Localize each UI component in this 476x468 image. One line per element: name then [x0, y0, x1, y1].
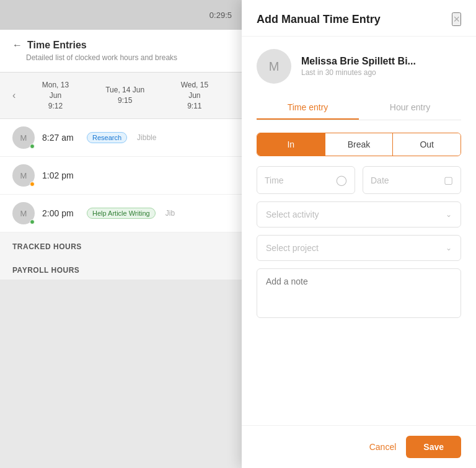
project-select[interactable]: Select project ⌄ [257, 235, 461, 261]
status-dot [30, 144, 35, 149]
entry-type-in[interactable]: In [257, 133, 325, 156]
clock-icon: ◯ [336, 174, 347, 186]
user-last-seen: Last in 30 minutes ago [301, 68, 416, 77]
left-header: ← Time Entries Detailed list of clocked … [0, 30, 242, 73]
time-field[interactable]: Time ◯ [257, 166, 355, 194]
left-panel: 0:29:5 ← Time Entries Detailed list of c… [0, 0, 242, 468]
avatar: M [12, 164, 35, 187]
modal-footer: Cancel Save [242, 425, 476, 468]
modal-header: Add Manual Time Entry × [242, 0, 476, 37]
chevron-down-icon: ⌄ [446, 244, 452, 252]
section-tracked: TRACKED HOURS [0, 232, 242, 256]
table-row: M 1:02 pm [0, 157, 242, 195]
date-col-mon: Mon, 13Jun9:12 [20, 80, 90, 111]
date-label: Date [371, 175, 389, 185]
user-name: Melissa Brie Spillett Bi... [301, 56, 416, 67]
avatar: M [12, 126, 35, 149]
entry-extra: Jibble [137, 133, 156, 142]
save-button[interactable]: Save [406, 436, 461, 458]
date-col-wed: Wed, 15Jun9:11 [160, 80, 229, 111]
page-subtitle: Detailed list of clocked work hours and … [12, 53, 229, 62]
date-col-tue: Tue, 14 Jun9:15 [90, 85, 160, 106]
tabs-row: Time entry Hour entry [257, 96, 461, 120]
entry-type-break[interactable]: Break [325, 133, 394, 156]
status-dot [30, 182, 35, 187]
entries-list: M 8:27 am Research Jibble M 1:02 pm M 2:… [0, 119, 242, 232]
date-nav-left[interactable]: ‹ [12, 90, 15, 101]
entry-type-out[interactable]: Out [393, 133, 461, 156]
user-avatar: M [257, 49, 291, 84]
avatar: M [12, 202, 35, 224]
top-bar: 0:29:5 [0, 0, 242, 30]
activity-select[interactable]: Select activity ⌄ [257, 201, 461, 227]
note-field[interactable] [257, 268, 461, 318]
page-title: Time Entries [27, 40, 87, 51]
date-row: ‹ Mon, 13Jun9:12 Tue, 14 Jun9:15 Wed, 15… [0, 73, 242, 119]
time-date-row: Time ◯ Date ▢ [257, 166, 461, 194]
entry-extra: Jib [165, 209, 175, 218]
section-payroll: PAYROLL HOURS [0, 256, 242, 280]
tab-hour-entry[interactable]: Hour entry [359, 96, 461, 120]
cancel-button[interactable]: Cancel [369, 442, 397, 452]
table-row: M 8:27 am Research Jibble [0, 119, 242, 157]
user-info: M Melissa Brie Spillett Bi... Last in 30… [257, 49, 461, 84]
date-field[interactable]: Date ▢ [363, 166, 461, 194]
chevron-down-icon: ⌄ [446, 210, 452, 219]
status-dot [30, 219, 35, 224]
time-label: Time [265, 175, 284, 185]
table-row: M 2:00 pm Help Article Writing Jib [0, 195, 242, 232]
calendar-icon: ▢ [444, 174, 453, 186]
modal-body: M Melissa Brie Spillett Bi... Last in 30… [242, 37, 476, 425]
entry-time: 1:02 pm [42, 170, 79, 180]
back-arrow-icon[interactable]: ← [12, 40, 22, 51]
activity-tag: Research [87, 132, 127, 143]
project-label: Select project [266, 243, 319, 253]
modal-title: Add Manual Time Entry [257, 13, 381, 26]
entry-type-row: In Break Out [257, 133, 461, 156]
timer-display: 0:29:5 [209, 11, 232, 20]
close-button[interactable]: × [452, 12, 461, 26]
user-details: Melissa Brie Spillett Bi... Last in 30 m… [301, 56, 416, 77]
modal-panel: Add Manual Time Entry × M Melissa Brie S… [242, 0, 476, 468]
activity-label: Select activity [266, 210, 319, 219]
activity-tag: Help Article Writing [87, 208, 156, 219]
tab-time-entry[interactable]: Time entry [257, 96, 359, 120]
entry-time: 2:00 pm [42, 208, 79, 218]
entry-time: 8:27 am [42, 133, 79, 143]
header-title-row: ← Time Entries [12, 40, 229, 51]
